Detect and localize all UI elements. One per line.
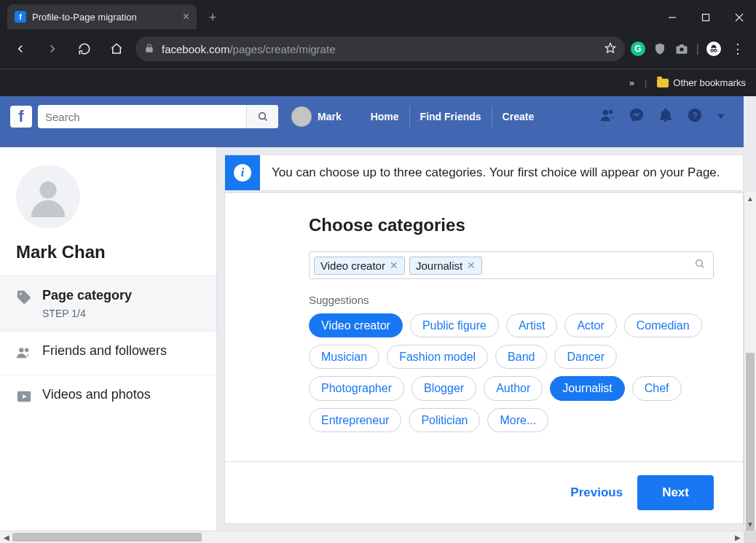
suggestion-pill[interactable]: Chef bbox=[632, 376, 682, 400]
header-strip bbox=[0, 137, 744, 147]
main-panel: i You can choose up to three categories.… bbox=[217, 147, 744, 531]
suggestions-label: Suggestions bbox=[309, 294, 714, 306]
friend-requests-icon[interactable] bbox=[599, 107, 615, 127]
suggestion-pill[interactable]: Comedian bbox=[624, 313, 702, 337]
facebook-logo[interactable]: f bbox=[10, 106, 32, 128]
suggestion-pill[interactable]: Journalist bbox=[550, 376, 624, 400]
camera-icon[interactable] bbox=[674, 42, 689, 56]
suggestion-pill[interactable]: Artist bbox=[506, 313, 557, 337]
suggestion-pill[interactable]: Band bbox=[495, 345, 547, 369]
svg-marker-15 bbox=[717, 114, 724, 118]
svg-point-18 bbox=[25, 348, 28, 353]
svg-point-5 bbox=[680, 47, 683, 51]
minimize-button[interactable] bbox=[655, 6, 689, 29]
suggestion-pill[interactable]: Fashion model bbox=[387, 345, 488, 369]
category-panel: Choose categories Video creator✕Journali… bbox=[224, 192, 744, 462]
step-title: Videos and photos bbox=[42, 387, 200, 402]
remove-chip-icon[interactable]: ✕ bbox=[467, 259, 476, 271]
remove-chip-icon[interactable]: ✕ bbox=[390, 259, 398, 271]
next-button[interactable]: Next bbox=[637, 475, 714, 510]
horizontal-scrollbar[interactable]: ◀ ▶ bbox=[0, 531, 744, 543]
vertical-scrollbar-thumb[interactable] bbox=[746, 353, 755, 543]
tab-title: Profile-to-Page migration bbox=[32, 12, 176, 23]
incognito-icon[interactable] bbox=[706, 42, 721, 56]
suggestion-pill[interactable]: Musician bbox=[309, 345, 379, 369]
info-text: You can choose up to three categories. Y… bbox=[260, 155, 732, 190]
suggestion-pill[interactable]: Entrepreneur bbox=[309, 408, 401, 432]
step-title: Friends and followers bbox=[42, 343, 200, 359]
sidebar-step-0[interactable]: Page categorySTEP 1/4 bbox=[0, 276, 216, 331]
home-button[interactable] bbox=[103, 36, 130, 62]
step-title: Page category bbox=[42, 288, 200, 303]
scroll-left-icon[interactable]: ◀ bbox=[0, 531, 12, 543]
other-bookmarks-folder[interactable]: Other bookmarks bbox=[657, 77, 746, 88]
facebook-action-icons: ? bbox=[599, 107, 733, 127]
notifications-icon[interactable] bbox=[658, 107, 674, 127]
svg-point-11 bbox=[603, 109, 608, 114]
bookmarks-bar: » | Other bookmarks bbox=[0, 69, 756, 96]
category-chip: Journalist✕ bbox=[409, 257, 482, 275]
forward-button[interactable] bbox=[39, 36, 66, 62]
suggestion-pill[interactable]: Blogger bbox=[412, 376, 476, 400]
account-menu-icon[interactable] bbox=[716, 109, 726, 125]
nav-create[interactable]: Create bbox=[492, 106, 545, 128]
search-button[interactable] bbox=[246, 105, 278, 128]
bookmark-star-icon[interactable] bbox=[605, 42, 616, 56]
maximize-button[interactable] bbox=[689, 6, 722, 29]
window-controls bbox=[655, 6, 756, 29]
page-viewport: f Mark Home Find Friends Create ? bbox=[0, 96, 756, 543]
suggestion-pill[interactable]: Video creator bbox=[309, 313, 403, 337]
chip-label: Journalist bbox=[416, 259, 462, 272]
suggestion-pill[interactable]: More... bbox=[487, 408, 548, 432]
close-tab-icon[interactable]: × bbox=[183, 10, 189, 23]
tag-icon bbox=[16, 289, 32, 305]
svg-line-10 bbox=[264, 118, 267, 120]
reload-button[interactable] bbox=[71, 36, 98, 62]
messenger-icon[interactable] bbox=[629, 107, 645, 127]
titlebar: f Profile-to-Page migration × + bbox=[0, 0, 756, 29]
category-input[interactable]: Video creator✕Journalist✕ bbox=[309, 251, 714, 279]
nav-home[interactable]: Home bbox=[361, 106, 409, 128]
facebook-favicon: f bbox=[15, 11, 26, 23]
scroll-right-icon[interactable]: ▶ bbox=[731, 531, 744, 543]
scroll-up-icon[interactable]: ▲ bbox=[744, 192, 756, 205]
suggestion-pill[interactable]: Author bbox=[484, 376, 543, 400]
horizontal-scrollbar-thumb[interactable] bbox=[12, 533, 202, 542]
grammarly-icon[interactable]: G bbox=[631, 42, 645, 56]
suggestion-pill[interactable]: Politician bbox=[409, 408, 480, 432]
suggestion-pill[interactable]: Actor bbox=[564, 313, 616, 337]
back-button[interactable] bbox=[7, 36, 34, 62]
browser-chrome: f Profile-to-Page migration × + facebook… bbox=[0, 0, 756, 96]
close-window-button[interactable] bbox=[722, 6, 756, 29]
sidebar-step-1[interactable]: Friends and followers bbox=[0, 331, 216, 375]
facebook-nav: Home Find Friends Create bbox=[361, 106, 545, 128]
suggestion-pill[interactable]: Dancer bbox=[554, 345, 617, 369]
previous-button[interactable]: Previous bbox=[570, 485, 623, 500]
shield-icon[interactable] bbox=[653, 42, 667, 56]
vertical-scrollbar[interactable]: ▲ ▼ bbox=[744, 192, 756, 531]
extension-icons: G | bbox=[631, 42, 721, 56]
profile-block: Mark Chan bbox=[0, 147, 216, 276]
svg-point-21 bbox=[696, 260, 703, 267]
help-icon[interactable]: ? bbox=[687, 107, 703, 127]
facebook-search[interactable] bbox=[38, 105, 278, 128]
suggestion-pill[interactable]: Public figure bbox=[410, 313, 499, 337]
browser-tab[interactable]: f Profile-to-Page migration × bbox=[7, 4, 197, 29]
panel-title: Choose categories bbox=[309, 215, 714, 235]
search-input[interactable] bbox=[45, 111, 246, 123]
profile-link[interactable]: Mark bbox=[284, 106, 349, 127]
scroll-corner bbox=[744, 531, 756, 543]
svg-marker-4 bbox=[605, 43, 615, 52]
svg-point-6 bbox=[711, 50, 714, 52]
svg-rect-1 bbox=[703, 15, 709, 21]
bookmarks-overflow-icon[interactable]: » bbox=[629, 77, 634, 88]
scroll-down-icon[interactable]: ▼ bbox=[744, 518, 756, 531]
sidebar-step-2[interactable]: Videos and photos bbox=[0, 375, 216, 418]
nav-find-friends[interactable]: Find Friends bbox=[409, 106, 492, 128]
svg-line-22 bbox=[701, 265, 704, 267]
address-bar[interactable]: facebook.com/pages/create/migrate bbox=[135, 36, 625, 61]
browser-menu-button[interactable]: ⋮ bbox=[727, 41, 749, 57]
suggestion-pill[interactable]: Photographer bbox=[309, 376, 404, 400]
step-subtitle: STEP 1/4 bbox=[42, 308, 200, 319]
new-tab-button[interactable]: + bbox=[202, 7, 223, 28]
